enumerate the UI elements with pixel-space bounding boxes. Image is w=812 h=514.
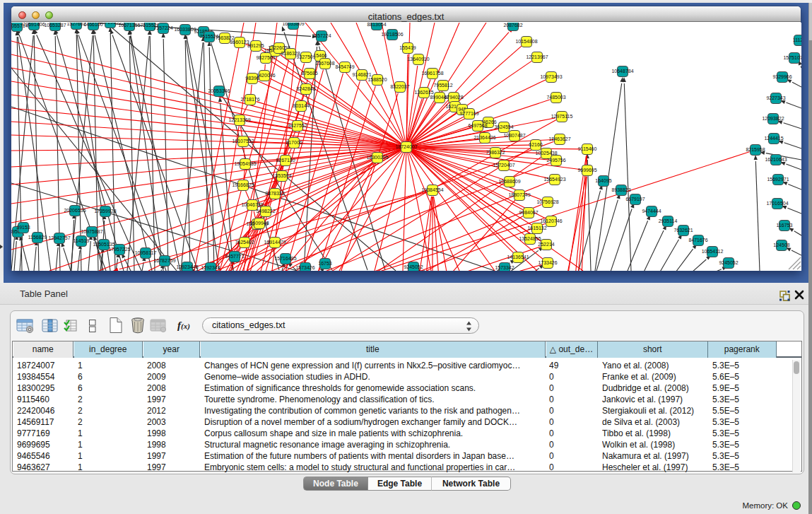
svg-text:7625402: 7625402	[235, 240, 254, 245]
svg-text:10046788: 10046788	[241, 202, 263, 207]
svg-text:16033809: 16033809	[174, 27, 196, 32]
svg-text:10688609: 10688609	[498, 179, 520, 184]
svg-text:15692971: 15692971	[767, 177, 789, 182]
svg-text:98396: 98396	[245, 76, 259, 81]
svg-text:12093822: 12093822	[762, 116, 784, 121]
svg-text:8878332: 8878332	[265, 191, 284, 196]
svg-text:7986322: 7986322	[486, 150, 505, 155]
svg-text:16120746: 16120746	[540, 218, 562, 223]
svg-text:6794028: 6794028	[444, 95, 463, 100]
svg-text:18463627: 18463627	[548, 136, 570, 141]
svg-text:13524855: 13524855	[519, 236, 541, 241]
svg-text:12942757: 12942757	[48, 235, 70, 240]
svg-text:8215958: 8215958	[746, 147, 765, 152]
svg-text:16210643: 16210643	[765, 157, 787, 162]
svg-text:9227343: 9227343	[766, 95, 785, 100]
svg-text:9245052: 9245052	[404, 264, 423, 269]
svg-text:9474444: 9474444	[642, 209, 661, 214]
svg-text:6497568: 6497568	[468, 123, 487, 128]
svg-text:2495756: 2495756	[546, 158, 565, 163]
svg-text:39153: 39153	[16, 225, 30, 230]
svg-text:5498222: 5498222	[256, 209, 275, 214]
svg-text:7955812: 7955812	[433, 83, 452, 88]
svg-text:2935114: 2935114	[659, 218, 678, 223]
svg-text:1573342: 1573342	[495, 265, 514, 270]
svg-text:1615132: 1615132	[527, 226, 546, 230]
svg-text:1292344: 1292344	[201, 265, 220, 270]
svg-text:21364436: 21364436	[473, 135, 495, 140]
svg-text:9115460: 9115460	[578, 146, 597, 151]
svg-text:1733426: 1733426	[538, 260, 557, 265]
svg-text:10756928: 10756928	[536, 199, 558, 204]
svg-text:7357224: 7357224	[312, 33, 331, 38]
svg-text:10958117: 10958117	[135, 250, 157, 255]
svg-text:1573426: 1573426	[295, 265, 314, 270]
svg-text:10975887: 10975887	[81, 229, 102, 234]
svg-text:1353594: 1353594	[272, 173, 291, 178]
svg-text:18300295: 18300295	[366, 155, 388, 160]
svg-text:19166825: 19166825	[232, 182, 254, 187]
svg-text:1244415: 1244415	[764, 136, 783, 141]
svg-text:803144: 803144	[293, 103, 309, 108]
svg-text:20206536: 20206536	[64, 208, 86, 213]
svg-text:18807249: 18807249	[508, 192, 530, 197]
svg-text:17359928: 17359928	[94, 209, 116, 214]
svg-text:817006: 817006	[286, 140, 302, 145]
svg-text:12505135: 12505135	[93, 242, 114, 247]
svg-text:252214: 252214	[538, 242, 554, 247]
svg-text:20691406: 20691406	[23, 23, 45, 27]
svg-text:10648784: 10648784	[611, 69, 633, 74]
svg-text:18724007: 18724007	[395, 144, 417, 149]
svg-text:12923448: 12923448	[176, 264, 198, 269]
svg-text:9146821: 9146821	[352, 72, 371, 77]
svg-text:8454749: 8454749	[335, 64, 354, 69]
svg-text:16914479: 16914479	[264, 240, 286, 245]
svg-text:9329966: 9329966	[772, 74, 792, 79]
svg-text:8813054: 8813054	[367, 23, 386, 27]
svg-text:8322037: 8322037	[390, 84, 409, 89]
svg-text:16782759: 16782759	[153, 258, 175, 263]
svg-text:15716485: 15716485	[274, 256, 296, 261]
svg-text:9457771: 9457771	[225, 254, 244, 259]
svg-text:15654923: 15654923	[543, 177, 565, 182]
svg-text:9699695: 9699695	[577, 168, 596, 173]
svg-text:8938823: 8938823	[611, 187, 630, 192]
svg-text:8267130: 8267130	[276, 158, 295, 163]
svg-text:1588520: 1588520	[367, 77, 387, 82]
svg-text:15751074: 15751074	[783, 55, 801, 60]
svg-text:19054985: 19054985	[234, 161, 256, 166]
svg-text:14136541: 14136541	[507, 255, 529, 259]
svg-text:8471676: 8471676	[688, 238, 707, 243]
svg-text:114519: 114519	[73, 238, 90, 243]
svg-text:1362615: 1362615	[414, 90, 433, 95]
svg-text:15466: 15466	[313, 53, 327, 58]
svg-text:16753: 16753	[318, 261, 332, 266]
svg-text:124508: 124508	[773, 243, 789, 247]
svg-text:2087682: 2087682	[503, 23, 522, 28]
svg-text:7485003: 7485003	[546, 95, 565, 100]
svg-text:164095: 164095	[595, 178, 611, 183]
svg-text:1156829: 1156829	[28, 235, 47, 240]
svg-text:15720407: 15720407	[493, 163, 514, 168]
svg-text:9245052: 9245052	[719, 260, 738, 265]
svg-text:6679197: 6679197	[625, 197, 645, 201]
svg-text:155419: 155419	[399, 45, 416, 50]
svg-text:10807487: 10807487	[503, 133, 525, 138]
svg-text:12213369: 12213369	[228, 117, 250, 122]
svg-text:12975115: 12975115	[551, 114, 573, 119]
svg-text:16671355: 16671355	[118, 23, 140, 28]
svg-text:3624554: 3624554	[494, 124, 513, 129]
svg-text:20053346: 20053346	[208, 88, 230, 93]
svg-text:2718176: 2718176	[240, 97, 259, 102]
svg-text:9777169: 9777169	[459, 111, 478, 116]
svg-text:10654112: 10654112	[702, 249, 724, 254]
svg-text:2367608: 2367608	[315, 61, 334, 66]
svg-text:8660123: 8660123	[230, 40, 249, 45]
svg-text:891295: 891295	[247, 43, 264, 48]
svg-text:16107552: 16107552	[232, 139, 254, 144]
svg-text:11123: 11123	[793, 37, 801, 42]
svg-text:7632621: 7632621	[673, 228, 693, 233]
svg-text:875685: 875685	[301, 71, 317, 76]
svg-text:7357224: 7357224	[153, 25, 172, 30]
svg-text:17016504: 17016504	[766, 201, 788, 206]
